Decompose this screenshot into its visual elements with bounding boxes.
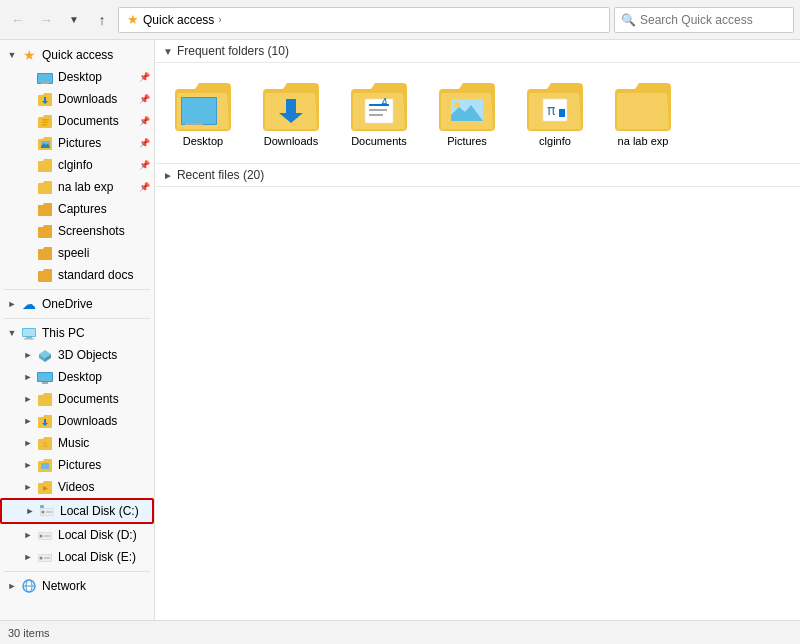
svg-point-22 (42, 511, 45, 514)
localc-chevron-icon: ► (22, 506, 38, 516)
sidebar-documents-label: Documents (58, 114, 137, 128)
thispc-downloads-icon (36, 412, 54, 430)
thispc-documents-icon (36, 390, 54, 408)
statusbar-text: 30 items (8, 627, 50, 639)
folder-nalab-label: na lab exp (618, 135, 669, 147)
music-icon: ♫ (36, 434, 54, 452)
frequent-folders-header[interactable]: ▼ Frequent folders (10) (155, 40, 800, 63)
folder-pictures[interactable]: Pictures (427, 75, 507, 151)
speeli-folder-icon (36, 244, 54, 262)
sidebar-item-pictures[interactable]: Pictures 📌 (0, 132, 154, 154)
recent-button[interactable]: ▼ (62, 8, 86, 32)
svg-rect-1 (38, 74, 52, 83)
sidebar-videos[interactable]: ► Videos (0, 476, 154, 498)
documents-folder-large-icon: A (347, 79, 411, 131)
sidebar-item-clginfo[interactable]: clginfo 📌 (0, 154, 154, 176)
recent-files-header[interactable]: ► Recent files (20) (155, 164, 800, 187)
svg-rect-10 (24, 339, 34, 340)
locale-chevron-icon: ► (20, 552, 36, 562)
sidebar-network[interactable]: ► Network (0, 575, 154, 597)
folder-documents-label: Documents (351, 135, 407, 147)
pictures-folder-icon (36, 134, 54, 152)
sidebar-thispc-pictures[interactable]: ► Pictures (0, 454, 154, 476)
videos-chevron-icon: ► (20, 482, 36, 492)
search-box[interactable]: 🔍 (614, 7, 794, 33)
svg-text:A: A (380, 97, 388, 108)
folder-desktop-label: Desktop (183, 135, 223, 147)
recent-files-title: Recent files (20) (177, 168, 264, 182)
up-button[interactable]: ↑ (90, 8, 114, 32)
quick-access-label: Quick access (42, 48, 150, 62)
folder-downloads-label: Downloads (264, 135, 318, 147)
clginfo-folder-icon (36, 156, 54, 174)
thispc-downloads-label: Downloads (58, 414, 150, 428)
sidebar-thispc-downloads[interactable]: ► Downloads (0, 410, 154, 432)
sidebar: ▼ ★ Quick access Desktop 📌 Downloads 📌 (0, 40, 155, 620)
screenshots-folder-icon (36, 222, 54, 240)
sidebar-localc[interactable]: ► Local Disk (C:) (0, 498, 154, 524)
svg-rect-16 (42, 382, 48, 384)
folder-desktop[interactable]: Desktop (163, 75, 243, 151)
sidebar-item-screenshots[interactable]: Screenshots (0, 220, 154, 242)
sidebar-nalab-label: na lab exp (58, 180, 137, 194)
sidebar-onedrive[interactable]: ► ☁ OneDrive (0, 293, 154, 315)
pictures-pin-icon: 📌 (139, 138, 150, 148)
thispc-documents-chevron: ► (20, 394, 36, 404)
folder-documents[interactable]: A Documents (339, 75, 419, 151)
svg-point-45 (454, 102, 460, 108)
sidebar-thispc-documents[interactable]: ► Documents (0, 388, 154, 410)
svg-rect-9 (26, 337, 32, 339)
svg-point-31 (40, 557, 43, 560)
thispc-desktop-chevron: ► (20, 372, 36, 382)
nalab-folder-large-icon (611, 79, 675, 131)
sidebar-item-captures[interactable]: Captures (0, 198, 154, 220)
videos-label: Videos (58, 480, 150, 494)
sidebar-captures-label: Captures (58, 202, 150, 216)
sidebar-item-nalab[interactable]: na lab exp 📌 (0, 176, 154, 198)
forward-button[interactable]: → (34, 8, 58, 32)
back-button[interactable]: ← (6, 8, 30, 32)
thispc-desktop-label: Desktop (58, 370, 150, 384)
sidebar-locale[interactable]: ► Local Disk (E:) (0, 546, 154, 568)
sidebar-music[interactable]: ► ♫ Music (0, 432, 154, 454)
svg-rect-23 (46, 512, 52, 513)
music-label: Music (58, 436, 150, 450)
sidebar-item-downloads[interactable]: Downloads 📌 (0, 88, 154, 110)
search-input[interactable] (640, 13, 790, 27)
downloads-folder-icon (36, 90, 54, 108)
desktop-folder-large-icon (171, 79, 235, 131)
locale-icon (36, 548, 54, 566)
sidebar-3dobjects[interactable]: ► 3D Objects (0, 344, 154, 366)
folder-clginfo[interactable]: π clginfo (515, 75, 595, 151)
svg-text:π: π (547, 102, 556, 118)
folders-grid: Desktop Downloads (155, 63, 800, 164)
sidebar-item-standarddocs[interactable]: standard docs (0, 264, 154, 286)
sidebar-locald[interactable]: ► Local Disk (D:) (0, 524, 154, 546)
documents-pin-icon: 📌 (139, 116, 150, 126)
sidebar-thispc-desktop[interactable]: ► Desktop (0, 366, 154, 388)
svg-rect-32 (44, 558, 50, 559)
quick-access-chevron-icon: ▼ (4, 50, 20, 60)
clginfo-folder-large-icon: π (523, 79, 587, 131)
address-bar[interactable]: ★ Quick access › (118, 7, 610, 33)
sidebar-item-desktop[interactable]: Desktop 📌 (0, 66, 154, 88)
statusbar: 30 items (0, 620, 800, 644)
folder-downloads[interactable]: Downloads (251, 75, 331, 151)
network-chevron-icon: ► (4, 581, 20, 591)
thispc-pictures-icon (36, 456, 54, 474)
3dobjects-icon (36, 346, 54, 364)
sidebar-clginfo-label: clginfo (58, 158, 137, 172)
sidebar-item-speeli[interactable]: speeli (0, 242, 154, 264)
downloads-pin-icon: 📌 (139, 94, 150, 104)
thispc-desktop-icon (36, 368, 54, 386)
onedrive-label: OneDrive (42, 297, 150, 311)
recent-files-chevron-icon: ► (163, 170, 173, 181)
thispc-pictures-label: Pictures (58, 458, 150, 472)
sidebar-thispc[interactable]: ▼ This PC (0, 322, 154, 344)
folder-nalab[interactable]: na lab exp (603, 75, 683, 151)
sidebar-quick-access[interactable]: ▼ ★ Quick access (0, 44, 154, 66)
sidebar-item-documents[interactable]: Documents 📌 (0, 110, 154, 132)
main-layout: ▼ ★ Quick access Desktop 📌 Downloads 📌 (0, 40, 800, 620)
quick-access-star-icon: ★ (20, 46, 38, 64)
svg-rect-37 (182, 98, 216, 124)
